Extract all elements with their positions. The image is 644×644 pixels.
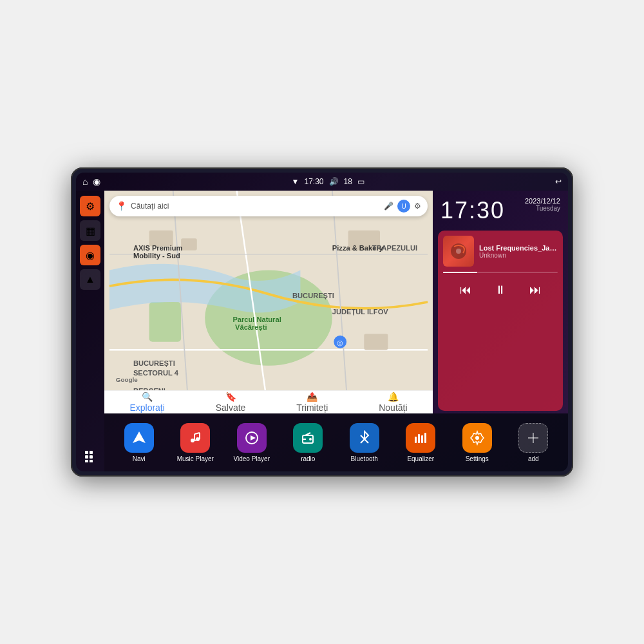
map-svg: AXIS Premium Mobility - Sud Pizza & Bake…: [104, 191, 433, 413]
music-player-label: Music Player: [177, 455, 214, 462]
svg-text:TRAPEZULUI: TRAPEZULUI: [372, 244, 417, 252]
equalizer-label: Equalizer: [407, 455, 434, 462]
bluetooth-icon-wrapper: [350, 423, 379, 453]
status-center: ▼ 17:30 🔊 18 ▭: [292, 177, 365, 186]
clock-day: Tuesday: [525, 205, 560, 212]
video-player-label: Video Player: [233, 455, 270, 462]
music-artist: Unknown: [479, 252, 558, 259]
sidebar-maps-button[interactable]: ◉: [80, 245, 100, 265]
svg-marker-37: [251, 435, 256, 440]
sidebar-settings-button[interactable]: ⚙: [80, 196, 100, 216]
map-settings-icon[interactable]: ⚙: [414, 202, 421, 211]
music-details: Lost Frequencies_Janie... Unknown: [479, 244, 558, 259]
svg-rect-10: [181, 238, 197, 251]
map-mic-icon[interactable]: 🎤: [384, 202, 393, 211]
map-nav-explore[interactable]: 🔍 Explorați: [129, 392, 164, 413]
app-item-bluetooth[interactable]: Bluetooth: [345, 423, 384, 462]
sidebar-files-button[interactable]: ▦: [80, 220, 100, 241]
music-progress-bar[interactable]: [443, 272, 558, 273]
music-prev-button[interactable]: ⏮: [457, 281, 474, 299]
radio-icon: [293, 423, 323, 453]
music-widget: Lost Frequencies_Janie... Unknown ⏮: [438, 231, 563, 411]
sidebar: ⚙ ▦ ◉ ▲: [76, 191, 104, 471]
music-title: Lost Frequencies_Janie...: [479, 244, 558, 252]
volume-icon: 🔊: [329, 177, 339, 186]
svg-text:Mobility - Sud: Mobility - Sud: [133, 252, 180, 260]
status-left: ⌂ ◉: [82, 176, 100, 187]
wifi-icon: ▼: [292, 177, 299, 186]
svg-text:SECTORUL 4: SECTORUL 4: [133, 369, 179, 377]
status-time: 17:30: [304, 177, 323, 186]
clock-time: 17:30: [440, 197, 505, 224]
app-item-music-player[interactable]: Music Player: [176, 423, 214, 462]
map-panel[interactable]: AXIS Premium Mobility - Sud Pizza & Bake…: [104, 191, 433, 413]
radio-label: radio: [301, 455, 315, 462]
app-item-radio[interactable]: radio: [289, 423, 327, 462]
svg-rect-2: [85, 455, 88, 459]
app-item-equalizer[interactable]: Equalizer: [401, 423, 440, 462]
music-info: Lost Frequencies_Janie... Unknown: [438, 231, 563, 272]
home-icon[interactable]: ⌂: [82, 176, 88, 187]
sidebar-nav-button[interactable]: ▲: [80, 269, 100, 290]
svg-text:◎: ◎: [337, 339, 343, 346]
map-nav-updates[interactable]: 🔔 Noutăți: [379, 392, 407, 413]
center-area: AXIS Premium Mobility - Sud Pizza & Bake…: [104, 191, 568, 471]
svg-point-46: [475, 436, 479, 440]
music-pause-button[interactable]: ⏸: [492, 281, 509, 299]
music-next-button[interactable]: ⏭: [527, 281, 544, 299]
svg-rect-45: [424, 433, 426, 443]
map-pin-sidebar-icon: ◉: [86, 249, 95, 261]
svg-text:Google: Google: [116, 376, 138, 383]
app-item-video-player[interactable]: Video Player: [232, 423, 271, 462]
sidebar-grid-button[interactable]: [80, 446, 100, 466]
clock-widget: 17:30 2023/12/12 Tuesday: [433, 191, 568, 228]
battery-icon: ▭: [357, 177, 365, 186]
maps-status-icon[interactable]: ◉: [93, 176, 100, 187]
settings-icon: ⚙: [86, 200, 95, 213]
app-item-settings[interactable]: Settings: [458, 423, 497, 462]
svg-text:BUCUREȘTI: BUCUREȘTI: [133, 359, 175, 367]
map-container: AXIS Premium Mobility - Sud Pizza & Bake…: [104, 191, 433, 413]
svg-text:BUCUREȘTI: BUCUREȘTI: [292, 292, 334, 299]
status-bar: ⌂ ◉ ▼ 17:30 🔊 18 ▭ ↩: [76, 173, 568, 191]
equalizer-icon: [406, 423, 435, 453]
map-search-input[interactable]: Căutați aici: [131, 202, 380, 211]
album-art-icon: [449, 242, 468, 261]
svg-rect-3: [90, 455, 93, 459]
svg-rect-1: [90, 451, 93, 454]
right-panel: 17:30 2023/12/12 Tuesday: [433, 191, 568, 413]
settings-label: Settings: [466, 455, 489, 462]
music-progress-fill: [443, 272, 477, 273]
app-item-add[interactable]: add: [514, 423, 553, 462]
explore-label: Explorați: [129, 402, 164, 413]
battery-level: 18: [344, 177, 352, 186]
map-search-bar[interactable]: 📍 Căutați aici 🎤 U ⚙: [109, 196, 428, 216]
app-item-navi[interactable]: Navi: [120, 423, 158, 462]
svg-rect-4: [85, 460, 88, 462]
map-nav-saved[interactable]: 🔖 Salvate: [216, 392, 246, 413]
prev-icon: ⏮: [460, 283, 471, 296]
svg-text:JUDEȚUL ILFOV: JUDEȚUL ILFOV: [332, 308, 388, 316]
clock-date-value: 2023/12/12: [525, 197, 560, 205]
svg-rect-44: [421, 435, 423, 443]
svg-rect-12: [364, 334, 388, 350]
svg-line-35: [194, 433, 200, 434]
music-player-icon: [180, 423, 210, 453]
back-icon[interactable]: ↩: [555, 177, 562, 186]
svg-rect-42: [415, 437, 417, 443]
map-user-avatar[interactable]: U: [397, 200, 410, 213]
svg-text:AXIS Premium: AXIS Premium: [133, 244, 183, 252]
svg-rect-8: [149, 302, 181, 342]
nav-icon: ▲: [85, 274, 95, 285]
map-nav-share[interactable]: 📤 Trimiteți: [296, 392, 328, 413]
navi-icon: [124, 423, 154, 453]
top-panels: AXIS Premium Mobility - Sud Pizza & Bake…: [104, 191, 568, 413]
svg-rect-43: [418, 434, 420, 443]
svg-text:Parcul Natural: Parcul Natural: [232, 316, 281, 323]
explore-icon: 🔍: [142, 392, 153, 402]
share-icon: 📤: [307, 392, 317, 402]
screen: ⌂ ◉ ▼ 17:30 🔊 18 ▭ ↩ ⚙ ▦: [76, 173, 568, 471]
grid-icon: [84, 450, 97, 462]
device: ⌂ ◉ ▼ 17:30 🔊 18 ▭ ↩ ⚙ ▦: [71, 167, 573, 477]
add-icon: [518, 423, 548, 453]
